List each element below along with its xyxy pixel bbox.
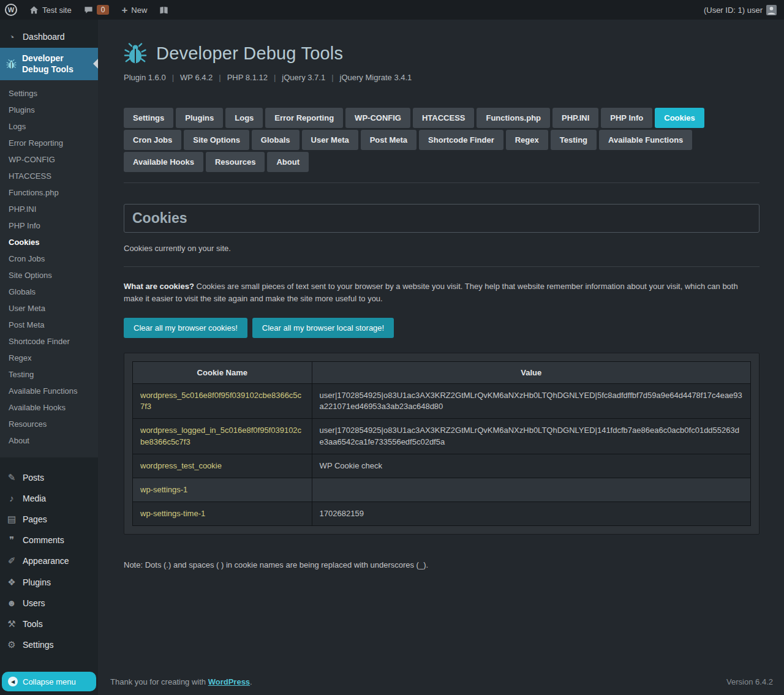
tab-button[interactable]: Logs: [225, 108, 263, 128]
tab-button[interactable]: PHP Info: [601, 108, 652, 128]
submenu-item[interactable]: Resources: [0, 416, 98, 432]
thanks-text: Thank you for creating with: [110, 677, 208, 686]
meta-item: jQuery Migrate 3.4.1: [325, 73, 412, 82]
tab-button[interactable]: PHP.INI: [552, 108, 598, 128]
meta-item: PHP 8.1.12: [213, 73, 268, 82]
site-name-label: Test site: [42, 6, 72, 15]
new-content-button[interactable]: + New: [121, 5, 147, 15]
sidebar-menu-item[interactable]: ⚒ Tools: [0, 614, 98, 634]
tab-button[interactable]: Error Reporting: [265, 108, 343, 128]
my-account-button[interactable]: (User ID: 1) user: [704, 5, 777, 15]
submenu-item[interactable]: WP-CONFIG: [0, 151, 98, 168]
cookie-name-cell: wp-settings-1: [133, 478, 312, 502]
plus-icon: +: [121, 5, 127, 15]
comments-bubble-icon: [84, 6, 93, 15]
sidebar-menu-item[interactable]: ♪ Media: [0, 488, 98, 509]
sidebar-item-label: Developer Debug Tools: [22, 53, 89, 75]
tab-button[interactable]: Available Functions: [599, 130, 692, 150]
submenu-item[interactable]: Settings: [0, 85, 98, 102]
footer-version: Version 6.4.2: [726, 677, 773, 686]
submenu-item[interactable]: Post Meta: [0, 317, 98, 333]
tab-button[interactable]: Site Options: [184, 130, 249, 150]
cookie-value-cell: [312, 478, 750, 502]
table-row: wp-settings-1: [133, 478, 751, 502]
sidebar-item-label: Appearance: [23, 555, 69, 566]
submenu-item[interactable]: Globals: [0, 284, 98, 300]
clear-cookies-button[interactable]: Clear all my browser cookies!: [124, 318, 247, 338]
tab-button[interactable]: Available Hooks: [124, 152, 203, 172]
tab-button[interactable]: User Meta: [302, 130, 358, 150]
submenu-item[interactable]: Functions.php: [0, 184, 98, 201]
table-row: wordpress_5c016e8f0f95f039102cbe8366c5c7…: [133, 384, 751, 419]
sidebar-item-label: Settings: [23, 639, 54, 650]
sidebar-menu-item[interactable]: ✐ Appearance: [0, 550, 98, 571]
version-meta: Plugin 1.6.0WP 6.4.2PHP 8.1.12jQuery 3.7…: [124, 73, 760, 82]
page-title: Developer Debug Tools: [156, 43, 343, 64]
sidebar-menu-item[interactable]: ☻ Users: [0, 593, 98, 614]
tab-button[interactable]: Post Meta: [361, 130, 417, 150]
book-icon: [159, 6, 168, 15]
debug-book-button[interactable]: [159, 6, 168, 15]
tab-button[interactable]: Cookies: [655, 108, 704, 128]
plugin-submenu: SettingsPluginsLogsError ReportingWP-CON…: [0, 80, 98, 457]
sidebar-item-label: Comments: [23, 535, 64, 546]
submenu-item[interactable]: Shortcode Finder: [0, 333, 98, 350]
clear-local-storage-button[interactable]: Clear all my browser local storage!: [252, 318, 394, 338]
submenu-item[interactable]: Error Reporting: [0, 135, 98, 151]
admin-sidebar: ◔ Dashboard Developer Debug Tools Settin…: [0, 20, 98, 695]
sidebar-item-label: Pages: [23, 514, 47, 525]
tab-button[interactable]: Cron Jobs: [124, 130, 181, 150]
submenu-item[interactable]: Testing: [0, 366, 98, 383]
tab-button[interactable]: Globals: [252, 130, 300, 150]
sidebar-item-developer-debug-tools[interactable]: Developer Debug Tools: [0, 48, 98, 80]
submenu-item[interactable]: Regex: [0, 350, 98, 366]
tab-button[interactable]: Functions.php: [477, 108, 550, 128]
meta-item: jQuery 3.7.1: [268, 73, 325, 82]
submenu-item[interactable]: About: [0, 432, 98, 449]
action-buttons: Clear all my browser cookies! Clear all …: [124, 318, 760, 338]
submenu-item[interactable]: User Meta: [0, 300, 98, 317]
submenu-item[interactable]: Available Functions: [0, 383, 98, 399]
comment-count-badge: 0: [97, 5, 110, 15]
thanks-period: .: [250, 677, 252, 686]
submenu-item[interactable]: HTACCESS: [0, 168, 98, 184]
tab-button[interactable]: Plugins: [176, 108, 223, 128]
site-name-link[interactable]: Test site: [29, 6, 72, 15]
submenu-item[interactable]: PHP Info: [0, 217, 98, 234]
submenu-item[interactable]: Plugins: [0, 102, 98, 118]
sidebar-menu-item[interactable]: ❞ Comments: [0, 530, 98, 550]
table-header-row: Cookie Name Value: [133, 362, 751, 384]
tab-button[interactable]: HTACCESS: [413, 108, 475, 128]
divider: [124, 266, 760, 267]
sidebar-menu-item[interactable]: ✎ Posts: [0, 467, 98, 488]
tools-icon: ⚒: [6, 618, 17, 629]
cookie-name-cell: wordpress_test_cookie: [133, 454, 312, 478]
tab-button[interactable]: Testing: [551, 130, 597, 150]
sidebar-menu-item[interactable]: ⚙ Settings: [0, 634, 98, 655]
tab-button[interactable]: About: [267, 152, 309, 172]
collapse-menu-button[interactable]: ◀ Collapse menu: [2, 672, 96, 691]
tab-button[interactable]: Shortcode Finder: [419, 130, 503, 150]
submenu-item[interactable]: Available Hooks: [0, 399, 98, 416]
tab-button[interactable]: Regex: [506, 130, 548, 150]
submenu-item[interactable]: Cookies: [0, 234, 98, 250]
tab-button[interactable]: WP-CONFIG: [345, 108, 410, 128]
submenu-item[interactable]: Cron Jobs: [0, 250, 98, 267]
column-header-value: Value: [312, 362, 750, 384]
wordpress-link[interactable]: WordPress: [208, 677, 250, 686]
cookie-name-cell: wordpress_logged_in_5c016e8f0f95f039102c…: [133, 419, 312, 454]
sidebar-menu-item[interactable]: ▤ Pages: [0, 509, 98, 530]
submenu-item[interactable]: Site Options: [0, 267, 98, 284]
tab-button[interactable]: Settings: [124, 108, 173, 128]
sidebar-menu-item[interactable]: ❖ Plugins: [0, 572, 98, 593]
sidebar-item-label: Posts: [23, 472, 44, 483]
submenu-item[interactable]: PHP.INI: [0, 201, 98, 217]
sidebar-item-label: Media: [23, 493, 46, 504]
tab-button[interactable]: Resources: [206, 152, 265, 172]
wordpress-logo-button[interactable]: W: [5, 4, 17, 16]
sidebar-item-dashboard[interactable]: ◔ Dashboard: [0, 26, 98, 48]
cookie-table: Cookie Name Value wordpress_5c016e8f0f95…: [132, 361, 751, 526]
tabs-container: SettingsPluginsLogsError ReportingWP-CON…: [124, 108, 760, 183]
submenu-item[interactable]: Logs: [0, 118, 98, 135]
comments-link[interactable]: 0: [84, 5, 110, 15]
